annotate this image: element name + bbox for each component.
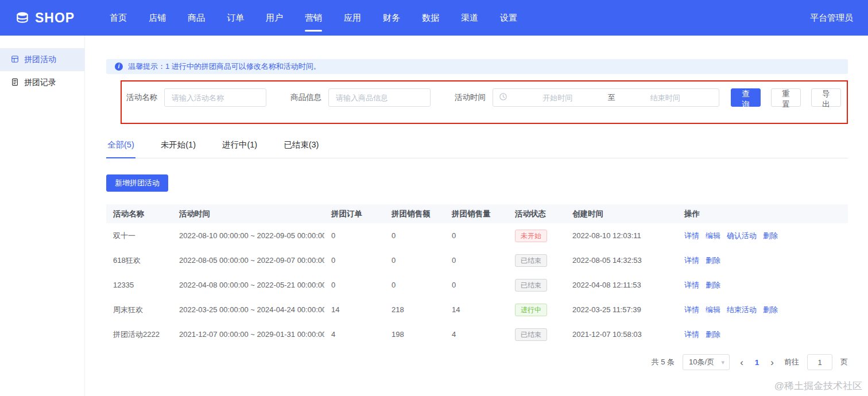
table-row: 618狂欢2022-08-05 00:00:00 ~ 2022-09-07 00… — [106, 248, 848, 273]
action-delete-link[interactable]: 删除 — [706, 330, 720, 339]
groupon-table: 活动名称活动时间拼团订单拼团销售额拼团销售量活动状态创建时间操作 双十一2022… — [106, 204, 848, 347]
action-detail-link[interactable]: 详情 — [684, 281, 699, 289]
current-page[interactable]: 1 — [754, 358, 761, 367]
nav-item-marketing[interactable]: 营销 — [297, 0, 330, 36]
nav-item-settings[interactable]: 设置 — [493, 0, 525, 36]
table-cell: 0 — [324, 248, 385, 273]
tab-ended[interactable]: 已结束(3) — [282, 136, 320, 158]
column-header: 活动时间 — [172, 204, 324, 223]
action-edit-link[interactable]: 编辑 — [706, 305, 720, 314]
table-cell: 0 — [445, 273, 508, 297]
page-unit-label: 页 — [840, 357, 848, 367]
table-cell: 0 — [385, 223, 445, 248]
table-cell-created: 2022-08-05 14:32:53 — [565, 248, 677, 273]
sidebar-item-label: 拼团记录 — [24, 77, 56, 88]
page-size-select[interactable]: 10条/页 ▾ — [683, 354, 730, 370]
tab-all[interactable]: 全部(5) — [106, 136, 135, 158]
status-badge: 未开始 — [515, 230, 547, 242]
status-badge: 已结束 — [515, 279, 547, 292]
sidebar-item-groupon-activity[interactable]: 拼团活动 — [0, 48, 84, 71]
table-row: 周末狂欢2022-03-25 00:00:00 ~ 2024-04-24 00:… — [106, 297, 848, 322]
nav-item-user[interactable]: 用户 — [258, 0, 290, 36]
action-detail-link[interactable]: 详情 — [684, 231, 699, 240]
table-row: 拼团活动22222021-12-07 00:00:00 ~ 2029-01-31… — [106, 322, 848, 347]
product-info-label: 商品信息 — [290, 92, 321, 103]
nav-item-finance[interactable]: 财务 — [375, 0, 408, 36]
action-edit-link[interactable]: 编辑 — [706, 231, 720, 240]
brand-logo[interactable]: SHOP — [15, 10, 94, 26]
action-end-link[interactable]: 结束活动 — [727, 305, 757, 314]
activity-name-label: 活动名称 — [126, 92, 157, 103]
table-cell-created: 2022-08-10 12:03:11 — [565, 223, 677, 248]
pagination: 共 5 条 10条/页 ▾ ‹ 1 › 前往 页 — [106, 354, 848, 370]
table-cell-actions: 详情删除 — [677, 322, 848, 347]
table-cell-actions: 详情编辑结束活动删除 — [677, 297, 848, 322]
table-cell-actions: 详情删除 — [677, 273, 848, 297]
nav-item-app[interactable]: 应用 — [336, 0, 369, 36]
column-header: 操作 — [677, 204, 848, 223]
nav-item-order[interactable]: 订单 — [219, 0, 251, 36]
nav-items: 首页店铺商品订单用户营销应用财务数据渠道设置 — [102, 0, 810, 36]
action-delete-link[interactable]: 删除 — [706, 256, 720, 265]
add-groupon-button[interactable]: 新增拼团活动 — [106, 174, 168, 192]
column-header: 拼团订单 — [324, 204, 385, 223]
table-cell: 198 — [385, 322, 445, 347]
nav-item-product[interactable]: 商品 — [180, 0, 212, 36]
table-cell: 2022-04-08 00:00:00 ~ 2022-05-21 00:00:0… — [172, 273, 324, 297]
table-body: 双十一2022-08-10 00:00:00 ~ 2022-09-05 00:0… — [106, 223, 848, 347]
action-delete-link[interactable]: 删除 — [706, 281, 720, 289]
table-cell-created: 2022-03-25 11:57:39 — [565, 297, 677, 322]
table-cell: 14 — [324, 297, 385, 322]
prev-page-icon: ‹ — [740, 357, 743, 368]
tab-not-started[interactable]: 未开始(1) — [160, 136, 197, 158]
table-cell: 0 — [324, 223, 385, 248]
activity-name-input[interactable] — [164, 88, 266, 107]
action-detail-link[interactable]: 详情 — [684, 256, 699, 265]
date-range-separator: 至 — [608, 92, 615, 103]
nav-item-channel[interactable]: 渠道 — [454, 0, 486, 36]
page-size-value: 10条/页 — [689, 357, 714, 367]
start-time-input[interactable] — [510, 94, 606, 102]
table-row: 双十一2022-08-10 00:00:00 ~ 2022-09-05 00:0… — [106, 223, 848, 248]
action-delete-link[interactable]: 删除 — [763, 231, 778, 240]
status-tabs: 全部(5)未开始(1)进行中(1)已结束(3) — [106, 131, 848, 158]
column-header: 拼团销售额 — [385, 204, 445, 223]
column-header: 活动名称 — [106, 204, 172, 223]
table-cell: 周末狂欢 — [106, 297, 172, 322]
nav-item-store[interactable]: 店铺 — [141, 0, 173, 36]
export-button[interactable]: 导出 — [811, 88, 841, 107]
user-role[interactable]: 平台管理员 — [810, 13, 853, 24]
sidebar-item-groupon-record[interactable]: 拼团记录 — [0, 71, 84, 94]
end-time-input[interactable] — [618, 94, 714, 102]
action-delete-link[interactable]: 删除 — [763, 305, 778, 314]
column-header: 活动状态 — [508, 204, 565, 223]
top-navbar: SHOP 首页店铺商品订单用户营销应用财务数据渠道设置 平台管理员 — [0, 0, 868, 36]
column-header: 拼团销售量 — [445, 204, 508, 223]
action-detail-link[interactable]: 详情 — [684, 305, 699, 314]
prev-page-button[interactable]: ‹ — [738, 358, 746, 367]
table-cell: 4 — [324, 322, 385, 347]
table-cell: 618狂欢 — [106, 248, 172, 273]
tab-running[interactable]: 进行中(1) — [221, 136, 258, 158]
reset-button[interactable]: 重置 — [771, 88, 801, 107]
nav-item-data[interactable]: 数据 — [414, 0, 447, 36]
search-button[interactable]: 查询 — [731, 88, 761, 107]
table-cell-created: 2022-04-08 12:11:53 — [565, 273, 677, 297]
product-info-input[interactable] — [328, 88, 431, 107]
clock-icon — [499, 92, 507, 103]
goto-page-input[interactable] — [807, 354, 832, 370]
brand-name: SHOP — [35, 10, 75, 26]
table-cell: 2022-03-25 00:00:00 ~ 2024-04-24 00:00:0… — [172, 297, 324, 322]
info-alert: i 温馨提示：1 进行中的拼团商品可以修改名称和活动时间。 — [106, 59, 848, 74]
nav-item-home[interactable]: 首页 — [102, 0, 134, 36]
action-confirm-link[interactable]: 确认活动 — [727, 231, 757, 240]
main-content: i 温馨提示：1 进行中的拼团商品可以修改名称和活动时间。 活动名称 商品信息 … — [85, 36, 868, 396]
action-detail-link[interactable]: 详情 — [684, 330, 699, 339]
next-page-button[interactable]: › — [768, 358, 776, 367]
table-cell: 拼团活动2222 — [106, 322, 172, 347]
table-cell: 0 — [445, 248, 508, 273]
table-cell-actions: 详情编辑确认活动删除 — [677, 223, 848, 248]
date-range-picker[interactable]: 至 — [493, 88, 719, 107]
table-cell-status: 进行中 — [508, 297, 565, 322]
table-cell: 双十一 — [106, 223, 172, 248]
